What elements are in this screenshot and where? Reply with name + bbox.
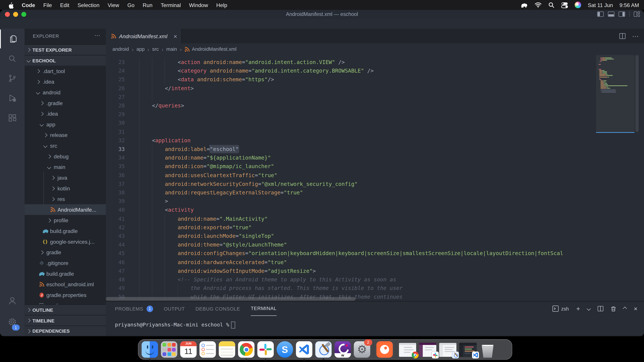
section-dependencies[interactable]: DEPENDENCIES [25,326,106,336]
toggle-secondary-sidebar-icon[interactable] [618,11,625,16]
code-line-45[interactable]: 45 android:configChanges="orientation|ke… [106,249,596,258]
tree-item-main[interactable]: main [25,162,106,172]
code-line-23[interactable]: 23 <action android:name="android.intent.… [106,58,596,66]
dock-item-calendar[interactable]: JUN11 [180,341,196,358]
toggle-panel-icon[interactable] [608,11,614,16]
tree-item-build-gradle[interactable]: build.gradle [25,226,106,236]
animal-app-icon[interactable] [520,2,528,8]
tree-item-release[interactable]: release [25,130,106,140]
tree-item-java[interactable]: java [25,172,106,183]
breadcrumb-app[interactable]: app [136,46,144,52]
tree-item--idea[interactable]: .idea [25,108,106,119]
panel-tab-problems[interactable]: PROBLEMS1 [115,302,153,316]
code-line-25[interactable]: 25 <data android:scheme="https"/> [106,75,596,84]
dock-item-postman[interactable] [376,341,393,358]
menu-edit[interactable]: Edit [56,2,74,8]
code-line-49[interactable]: 49 the Android process has started. This… [106,284,596,293]
vertical-scrollbar[interactable] [634,55,640,301]
dock-item-launchpad[interactable] [161,341,177,358]
menubar-date[interactable]: Sat 11 Jun [588,2,613,8]
dock-item-min-chrome-window[interactable] [399,343,416,357]
code-line-31[interactable]: 31 [106,127,596,136]
tree-item-gradle-properties[interactable]: Jgradle.properties [25,290,106,300]
tab-close-icon[interactable]: × [174,33,177,40]
dock-item-trash[interactable] [480,341,496,358]
tree-item-android[interactable]: android [25,87,106,98]
control-center-icon[interactable] [561,2,568,8]
new-terminal-icon[interactable]: + [576,305,580,312]
extensions-icon[interactable] [0,108,25,127]
menu-terminal[interactable]: Terminal [157,2,185,8]
dock-item-chrome[interactable] [238,341,254,358]
breadcrumb-main[interactable]: main [166,46,177,52]
code-line-47[interactable]: 47 android:windowSoftInputMode="adjustRe… [106,267,596,275]
settings-icon[interactable]: 1 [0,313,25,332]
tree-item-res[interactable]: res [25,194,106,204]
breadcrumb-android[interactable]: android [112,46,129,52]
tree-item-gradle[interactable]: gradle [25,247,106,258]
split-editor-icon[interactable] [619,33,626,39]
menubar-time[interactable]: 9:56 AM [620,2,639,8]
explorer-more-actions-icon[interactable]: ⋯ [94,32,100,38]
dock-item-finder[interactable] [142,341,158,358]
code-line-39[interactable]: 39 > [106,197,596,206]
code-line-28[interactable]: 28 </queries> [106,101,596,110]
code-line-24[interactable]: 24 <category android:name="android.inten… [106,66,596,75]
panel-tab-terminal[interactable]: TERMINAL [251,302,276,316]
section-timeline[interactable]: TIMELINE [25,315,106,326]
terminal-output[interactable]: priyansh@Priyanshs-Mac-mini eschool % [115,321,235,329]
terminal-shell-picker[interactable]: zsh [552,306,569,312]
maximize-panel-icon[interactable] [623,307,627,311]
apple-logo-icon[interactable] [8,1,14,8]
files-icon[interactable] [0,29,26,48]
code-line-37[interactable]: 37 android:networkSecurityConfig="@xml/n… [106,179,596,188]
section-test-explorer[interactable]: TEST EXPLORER [25,44,106,55]
tree-item-debug[interactable]: debug [25,151,106,162]
section-project-eschool[interactable]: ESCHOOL [25,55,106,66]
tree-item-src[interactable]: src [25,140,106,151]
dock-item-system-settings[interactable]: ⚙2 [354,341,370,358]
menu-help[interactable]: Help [212,2,231,8]
dock-item-vscode[interactable] [296,341,312,358]
breadcrumb-file[interactable]: AndroidManifest.xml [184,46,236,52]
dock-item-purple-app[interactable]: w [334,341,351,358]
window-title-bar[interactable]: AndroidManifest.xml — eschool [0,10,644,19]
dock-item-xcode[interactable] [315,341,332,358]
dock-item-skype[interactable]: S [277,341,293,358]
panel-tab-debug-console[interactable]: DEBUG CONSOLE [196,302,240,316]
tab-androidmanifest[interactable]: AndroidManifest.xml × [106,29,182,43]
tree-item-google-services-j-[interactable]: {}google-services.j... [25,236,106,247]
customize-layout-icon[interactable] [634,11,640,16]
tree-item-app[interactable]: app [25,119,106,130]
menu-file[interactable]: File [39,2,56,8]
code-line-32[interactable]: 32 <application [106,136,596,145]
code-line-29[interactable]: 29 [106,110,596,119]
toggle-sidebar-icon[interactable] [597,11,604,16]
code-line-30[interactable]: 30 [106,119,596,127]
dock-item-notes[interactable] [219,341,235,358]
code-line-35[interactable]: 35 android:icon="@mipmap/ic_launcher" [106,162,596,171]
wifi-icon[interactable] [534,2,542,8]
search-icon[interactable] [0,49,25,68]
tree-item--dart-tool[interactable]: .dart_tool [25,66,106,76]
tree-item-build-gradle[interactable]: build.gradle [25,268,106,279]
siri-icon[interactable] [575,2,581,8]
terminal-dropdown-icon[interactable] [587,307,591,311]
breadcrumb-src[interactable]: src [152,46,159,52]
horizontal-scrollbar[interactable] [106,297,355,301]
code-line-48[interactable]: 48 <!-- Specifies an Android theme to ap… [106,275,596,284]
panel-tab-output[interactable]: OUTPUT [164,302,185,316]
tree-item--gradle[interactable]: .gradle [25,97,106,108]
code-line-44[interactable]: 44 android:theme="@style/LaunchTheme" [106,241,596,249]
menu-run[interactable]: Run [138,2,156,8]
menu-go[interactable]: Go [123,2,138,8]
editor-more-actions-icon[interactable]: ⋯ [632,32,639,40]
dock-item-slack[interactable] [258,341,274,358]
tree-item--gitignore[interactable]: .gitignore [25,258,106,268]
run-debug-icon[interactable] [0,89,25,108]
dock-item-min-slack-window[interactable] [419,343,436,357]
dock-item-min-xcode-window[interactable] [439,343,456,357]
menu-selection[interactable]: Selection [74,2,104,8]
menu-view[interactable]: View [104,2,123,8]
code-editor[interactable]: 23 <action android:name="android.intent.… [106,55,596,301]
